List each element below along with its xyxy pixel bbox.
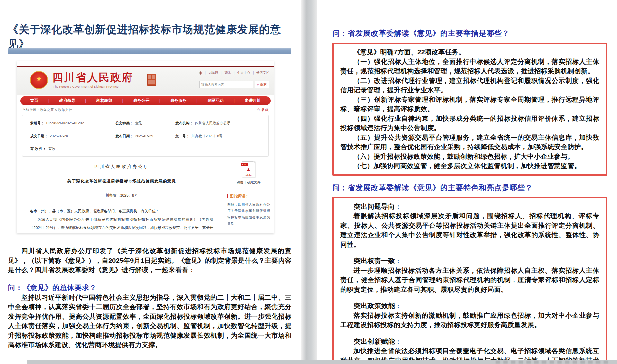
highlight-heading: 突出问题导向：	[340, 202, 599, 211]
document-title: 关于深化改革创新促进招标投标市场规范健康发展的意见	[30, 179, 213, 184]
measure-item: （七）加强协同高效监管，健全多层次立体化监管机制，加快推进智慧监管。	[340, 161, 599, 171]
breadcrumb-path[interactable]: 政务公开 > 政策文件	[40, 108, 72, 112]
section-red-bar	[227, 194, 228, 198]
right-page: 问：省发展改革委解读《意见》的主要举措是哪些？ 《意见》明确7方面、22项改革任…	[317, 0, 617, 364]
emblem-star-icon: ★	[36, 75, 42, 83]
nav-item-services[interactable]: 政务服务	[170, 98, 186, 103]
pdf-badge: PDF	[241, 163, 249, 166]
image-interpretation-section: 图片解读：	[227, 190, 270, 199]
site-name: 四川省人民政府	[52, 70, 133, 85]
site-name-english: The People's Government of Sichuan Provi…	[53, 85, 119, 88]
pdf-file-icon[interactable]: PDF ▲ Adobe	[242, 161, 255, 177]
document-content-area: 四川省人民政府办公厅 关于深化改革创新促进招标投标市场规范健康发展的意见 川办发…	[17, 157, 274, 233]
top-links-divider: ｜	[252, 70, 255, 75]
question-features-highlights: 问：省发展改革委解读《意见》的主要特色和亮点是哪些？	[332, 183, 607, 193]
article-left-column: 四川省人民政府办公厅印发了《关于深化改革创新促进招标投标市场规范健康发展的意见》…	[8, 246, 291, 350]
document-number: 川办发〔2025〕8号	[30, 193, 213, 198]
nav-separator: |	[122, 99, 123, 103]
site-nav-bar: 首页 | 政府领导 | 机构职能 | 政务公开 | 政务服务 | 政民互动 | …	[20, 96, 271, 105]
star-icon: ☆	[256, 107, 261, 112]
meta-doc-type: 公文种类：意见	[115, 121, 175, 126]
highlight-heading: 突出创新赋能：	[340, 337, 599, 346]
nav-item-info-disclosure[interactable]: 政务公开	[133, 98, 149, 103]
answer-overall-requirements: 坚持以习近平新时代中国特色社会主义思想为指导，深入贯彻党的二十大和二十届二中、三…	[8, 293, 291, 350]
meta-doc-number: 文 号：川办发〔2025〕8号	[175, 134, 261, 138]
document-issuer: 四川省人民政府办公厅	[30, 164, 213, 170]
highlight-body: 着眼解决招标投标领域深层次矛盾和问题，围绕招标人、招标代理机构、评标专家、投标人…	[340, 211, 599, 249]
nav-item-functions[interactable]: 机构职能	[96, 98, 112, 103]
top-link-traditional[interactable]: 繁体	[224, 70, 231, 75]
measure-item: （五）提升公共资源交易平台管理服务，建立全省统一的交易主体信息库，加快数智技术推…	[340, 133, 599, 152]
top-link-senior-zone[interactable]: 长者专区	[256, 70, 269, 75]
favorite-label: 收藏	[262, 108, 269, 112]
breadcrumb-label: 当前位置：	[22, 108, 40, 112]
favorite-button[interactable]: ☆ 收藏	[256, 107, 269, 112]
top-links-divider: ｜	[232, 70, 236, 75]
document-body: 四川省人民政府办公厅 关于深化改革创新促进招标投标市场规范健康发展的意见 川办发…	[17, 157, 223, 233]
nav-separator: |	[85, 99, 86, 103]
question-main-measures: 问：省发展改革委解读《意见》的主要举措是哪些？	[332, 28, 607, 38]
text-interpretation-section: 文字解读：	[227, 232, 270, 233]
page-title: 《关于深化改革创新促进招标投标市场规范健康发展的意见》	[8, 22, 298, 51]
top-links-divider: ｜	[220, 70, 223, 75]
highlight-section-rights-responsibilities: 突出权责一致： 进一步理顺招标投标活动各方主体关系，依法保障招标人自主权、落实招…	[340, 256, 599, 294]
site-header: ★ 四川省人民政府 The People's Government of Sic…	[17, 67, 274, 95]
measure-item: （二）改进招标代理行业管理，建立招标代理机构登记和履职情况公示制度，强化信用记录…	[340, 76, 599, 95]
search-icon: ⌕	[257, 83, 259, 87]
search-button-label: 搜索	[260, 82, 267, 87]
measure-item: （六）提升招标投标政策效能，鼓励创新和绿色招标，扩大中小企业参与。	[340, 152, 599, 161]
breadcrumb-row: 当前位置：政务公开 > 政策文件 ☆ 收藏	[22, 105, 269, 115]
measure-item: （三）创新评标专家管理和评标机制，落实评标专家全周期管理，推行远程异地评标、暗标…	[340, 95, 599, 114]
meta-publish-date: 发布日期：2025-07-29	[115, 134, 175, 138]
document-paragraph: 为深入贯彻《国务院办公厅关于创新完善体制机制推动招标投标市场规范健康发展的意见》…	[30, 215, 213, 233]
search-button[interactable]: ⌕ 搜索	[255, 81, 269, 88]
top-links-divider: ｜	[204, 70, 207, 75]
measure-item: 《意见》明确7方面、22项改革任务。	[340, 47, 599, 57]
pdf-fold-corner	[253, 161, 255, 164]
nav-item-leaders[interactable]: 政府领导	[59, 98, 75, 103]
highlight-heading: 突出权责一致：	[340, 256, 599, 266]
meta-validity: 有 效 性：有效	[30, 146, 115, 151]
meta-written-date: 成文日期：2025-07-28	[30, 134, 115, 138]
highlight-body: 落实招标投标支持创新的激励机制，鼓励推广应用绿色招标，加大对中小企业参与工程建设…	[340, 311, 599, 330]
features-highlight-box: 突出问题导向： 着眼解决招标投标领域深层次矛盾和问题，围绕招标人、招标代理机构、…	[332, 197, 607, 364]
clipped-text-remnant	[496, 361, 611, 364]
measures-highlight-box: 《意见》明确7方面、22项改革任务。 （一）强化招标人主体地位，全面推行中标候选…	[332, 43, 607, 176]
adobe-brand-label: Adobe	[242, 174, 255, 176]
image-interpretation-link[interactable]: 图解：四川省人民政府办公厅关于深化改革创新促进招标投标市场规范健康发展的意见	[227, 201, 270, 227]
search-input[interactable]	[199, 81, 253, 88]
document-sidebar: PDF ▲ Adobe 点击下载此文件 图片解读： 图解：四川省人民政府办公厅关…	[223, 157, 274, 233]
official-seal	[147, 74, 156, 86]
highlight-body: 进一步理顺招标投标活动各方主体关系，依法保障招标人自主权、落实招标人主体责任，健…	[340, 266, 599, 294]
left-page: 《关于深化改革创新促进招标投标市场规范健康发展的意见》 ★ 四川省人民政府 Th…	[0, 0, 301, 364]
document-meta-table: 索引号：015983260/2025-01202 公文种类：意见 发布机构：四川…	[22, 115, 269, 157]
site-badge-icon: ◉	[199, 70, 202, 75]
header-top-links: ◉ ｜ 无障碍 ｜ 繁体 ｜ 个人中心 ｜ 长者专区	[199, 70, 269, 75]
question-overall-requirements: 问：《意见》的总体要求？	[8, 283, 291, 293]
download-file-link[interactable]: 点击下载此文件	[237, 180, 261, 185]
measure-item: （一）强化招标人主体地位，全面推行中标候选人评定分离机制，落实招标人主体责任，规…	[340, 57, 599, 76]
highlight-section-policy-effectiveness: 突出政策效能： 落实招标投标支持创新的激励机制，鼓励推广应用绿色招标，加大对中小…	[340, 301, 599, 330]
highlight-heading: 突出政策效能：	[340, 301, 599, 311]
nav-separator: |	[196, 99, 197, 103]
image-section-label: 图片解读：	[230, 193, 249, 199]
highlight-section-problem-oriented: 突出问题导向： 着眼解决招标投标领域深层次矛盾和问题，围绕招标人、招标代理机构、…	[340, 202, 599, 249]
nav-item-home[interactable]: 首页	[30, 98, 38, 103]
adobe-logo-icon: ▲	[242, 167, 255, 172]
meta-index-number: 索引号：015983260/2025-01202	[30, 121, 115, 126]
title-underline-bar	[8, 48, 291, 54]
national-emblem-icon: ★	[30, 71, 48, 89]
nav-separator: |	[48, 99, 49, 103]
gov-website-screenshot: ★ 四川省人民政府 The People's Government of Sic…	[17, 61, 274, 233]
card-top-strip	[17, 61, 274, 66]
search-area: ⌕ 搜索	[199, 81, 269, 88]
top-link-accessibility[interactable]: 无障碍	[209, 70, 218, 75]
meta-issuing-agency: 发布机构：四川省人民政府办公厅	[175, 121, 261, 126]
top-link-personal-center[interactable]: 个人中心	[237, 70, 250, 75]
pdf-download-block: PDF ▲ Adobe 点击下载此文件	[227, 161, 270, 185]
nav-item-interaction[interactable]: 政民互动	[208, 98, 224, 103]
intro-paragraph: 四川省人民政府办公厅印发了《关于深化改革创新促进招标投标市场规范健康发展的意见》…	[8, 246, 291, 275]
document-salutation: 各市（州）、县（市、区）人民政府，省政府各部门、各直属机构，有关单位：	[30, 207, 213, 215]
nav-item-about-sichuan[interactable]: 走进四川	[245, 98, 261, 103]
nav-separator: |	[159, 99, 160, 103]
